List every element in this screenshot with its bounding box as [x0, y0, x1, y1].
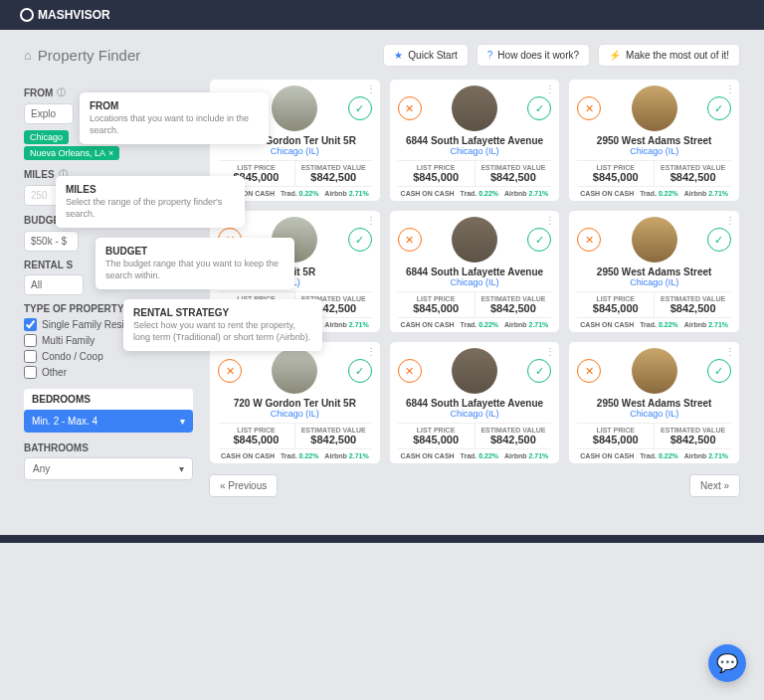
property-image: [272, 86, 317, 131]
cash-on-cash-label: CASH ON CASH: [401, 321, 455, 328]
property-image: [632, 86, 677, 131]
remove-tag-icon[interactable]: ×: [108, 148, 113, 158]
list-price-label: LIST PRICE: [398, 164, 475, 171]
list-price-value: $845,000: [398, 171, 475, 183]
card-menu-icon[interactable]: ⋮: [545, 215, 555, 226]
reject-button[interactable]: ✕: [398, 359, 422, 383]
filters-sidebar: FROMⓘ Chicago Nueva Orleans, LA × MILESⓘ…: [24, 79, 193, 497]
card-menu-icon[interactable]: ⋮: [725, 84, 735, 94]
type-condo-coop[interactable]: Condo / Coop: [24, 350, 193, 363]
property-city[interactable]: Chicago (IL): [218, 146, 372, 156]
rental-strategy-input[interactable]: [24, 274, 84, 295]
property-title: 2950 West Adams Street: [577, 266, 731, 277]
list-price-label: LIST PRICE: [218, 164, 294, 171]
property-image: [452, 86, 497, 131]
next-button[interactable]: Next »: [689, 474, 740, 497]
accept-button[interactable]: ✓: [527, 228, 551, 252]
accept-button[interactable]: ✓: [348, 228, 372, 252]
property-city[interactable]: Chicago (IL): [398, 409, 552, 419]
estimated-value: $842,500: [295, 171, 372, 183]
miles-input[interactable]: [24, 185, 59, 206]
estimated-value-label: ESTIMATED VALUE: [655, 164, 731, 171]
reject-button[interactable]: ✕: [398, 228, 422, 252]
property-card[interactable]: ⋮✕✓2950 West Adams StreetChicago (IL)LIS…: [568, 341, 740, 464]
how-it-works-link[interactable]: ? How does it work?: [477, 44, 590, 67]
reject-button[interactable]: ✕: [577, 359, 601, 383]
tag-nueva-orleans[interactable]: Nueva Orleans, LA ×: [24, 146, 119, 160]
property-city[interactable]: Chicago (IL): [218, 409, 372, 419]
card-menu-icon[interactable]: ⋮: [545, 346, 555, 357]
airbnb-metric: Airbnb 2.71%: [504, 452, 548, 459]
list-price-value: $845,000: [577, 302, 654, 314]
property-city[interactable]: Chicago (IL): [398, 146, 552, 156]
trad-metric: Trad. 0.22%: [281, 452, 319, 459]
card-menu-icon[interactable]: ⋮: [725, 215, 735, 226]
brand-text: MASHVISOR: [38, 8, 110, 22]
property-card[interactable]: ⋮✕✓720 W Gordon Ter Unit 5RChicago (IL)L…: [209, 341, 381, 464]
property-card[interactable]: ⋮✕✓2950 West Adams StreetChicago (IL)LIS…: [568, 79, 740, 202]
property-title: 6844 South Lafayette Avenue: [398, 135, 552, 146]
list-price-label: LIST PRICE: [577, 164, 654, 171]
brand-logo[interactable]: MASHVISOR: [20, 8, 110, 22]
trad-metric: Trad. 0.22%: [461, 321, 499, 328]
make-most-link[interactable]: ⚡ Make the most out of it!: [598, 44, 740, 67]
card-menu-icon[interactable]: ⋮: [545, 84, 555, 94]
property-title: 720 W Gordon Ter Unit 5R: [218, 398, 372, 409]
airbnb-metric: Airbnb 2.71%: [684, 190, 728, 197]
previous-button[interactable]: « Previous: [209, 474, 278, 497]
list-price-value: $845,000: [577, 434, 654, 445]
property-city[interactable]: Chicago (IL): [398, 277, 552, 287]
property-card[interactable]: ⋮✕✓2950 West Adams StreetChicago (IL)LIS…: [568, 210, 740, 333]
budget-input[interactable]: [24, 231, 79, 252]
property-image: [272, 348, 317, 394]
property-city[interactable]: Chicago (IL): [577, 277, 731, 287]
tooltip-rental-strategy: RENTAL STRATEGY Select how you want to r…: [123, 299, 322, 351]
bedrooms-label: BEDROOMS: [24, 389, 193, 410]
type-other[interactable]: Other: [24, 366, 193, 379]
accept-button[interactable]: ✓: [527, 359, 551, 383]
property-card[interactable]: ⋮✕✓6844 South Lafayette AvenueChicago (I…: [389, 341, 561, 464]
card-menu-icon[interactable]: ⋮: [366, 346, 376, 357]
airbnb-metric: Airbnb 2.71%: [504, 321, 548, 328]
property-card[interactable]: ⋮✕✓6844 South Lafayette AvenueChicago (I…: [389, 79, 561, 202]
estimated-value-label: ESTIMATED VALUE: [655, 295, 731, 302]
list-price-value: $845,000: [218, 434, 294, 445]
from-input[interactable]: [24, 103, 74, 124]
reject-button[interactable]: ✕: [577, 96, 601, 120]
card-menu-icon[interactable]: ⋮: [366, 84, 376, 94]
accept-button[interactable]: ✓: [348, 359, 372, 383]
footer-bar: [0, 535, 764, 543]
accept-button[interactable]: ✓: [348, 96, 372, 120]
airbnb-metric: Airbnb 2.71%: [324, 452, 368, 459]
reject-button[interactable]: ✕: [577, 228, 601, 252]
estimated-value: $842,500: [655, 434, 731, 445]
property-card[interactable]: ⋮✕✓6844 South Lafayette AvenueChicago (I…: [389, 210, 561, 333]
reject-button[interactable]: ✕: [218, 359, 242, 383]
property-image: [452, 348, 497, 394]
property-city[interactable]: Chicago (IL): [577, 409, 731, 419]
list-price-label: LIST PRICE: [218, 427, 294, 434]
reject-button[interactable]: ✕: [398, 96, 422, 120]
trad-metric: Trad. 0.22%: [461, 190, 499, 197]
home-icon: ⌂: [24, 48, 32, 63]
estimated-value-label: ESTIMATED VALUE: [476, 164, 552, 171]
cash-on-cash-label: CASH ON CASH: [580, 321, 634, 328]
property-city[interactable]: Chicago (IL): [577, 146, 731, 156]
accept-button[interactable]: ✓: [707, 359, 731, 383]
quick-start-link[interactable]: ★ Quick Start: [383, 44, 468, 67]
property-title: 6844 South Lafayette Avenue: [398, 398, 552, 409]
bathrooms-select[interactable]: Any▾: [24, 457, 193, 480]
accept-button[interactable]: ✓: [707, 228, 731, 252]
info-icon[interactable]: ⓘ: [57, 87, 66, 99]
question-icon: ?: [487, 50, 493, 61]
tag-chicago[interactable]: Chicago: [24, 130, 69, 144]
card-menu-icon[interactable]: ⋮: [366, 215, 376, 226]
estimated-value: $842,500: [476, 302, 552, 314]
trad-metric: Trad. 0.22%: [281, 190, 319, 197]
card-menu-icon[interactable]: ⋮: [725, 346, 735, 357]
property-title: 6844 South Lafayette Avenue: [398, 266, 552, 277]
airbnb-metric: Airbnb 2.71%: [504, 190, 548, 197]
bedrooms-select[interactable]: Min. 2 - Max. 4▾: [24, 410, 193, 433]
accept-button[interactable]: ✓: [527, 96, 551, 120]
accept-button[interactable]: ✓: [707, 96, 731, 120]
